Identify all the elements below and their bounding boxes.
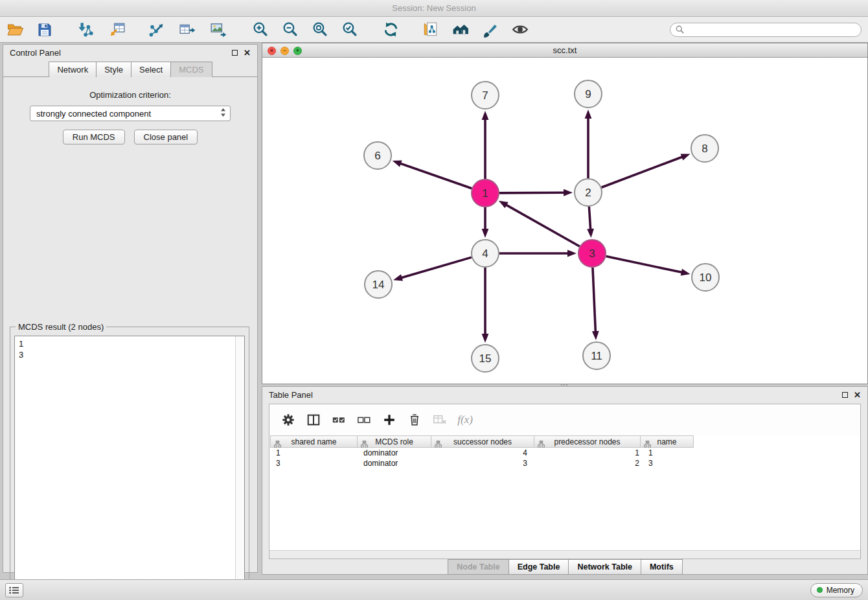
graph-edge-3-1[interactable] <box>505 205 579 247</box>
zoom-out-icon[interactable] <box>280 20 299 40</box>
float-panel-icon[interactable] <box>232 50 238 56</box>
graph-edge-4-14[interactable] <box>401 257 472 278</box>
window-titlebar[interactable]: Session: New Session <box>0 0 868 17</box>
graph-edge-3-10[interactable] <box>606 257 683 273</box>
deselect-all-icon[interactable] <box>356 411 372 428</box>
save-session-icon[interactable] <box>35 20 54 40</box>
float-panel-icon[interactable] <box>842 392 848 398</box>
table-row[interactable]: 3 dominator 3 2 3 <box>269 458 860 468</box>
memory-label: Memory <box>827 586 854 595</box>
column-header-name[interactable]: name <box>640 435 694 448</box>
graph-edge-arrowhead <box>585 110 592 119</box>
delete-table-icon <box>431 411 448 428</box>
settings-gear-icon[interactable] <box>280 411 297 428</box>
show-network-overview-icon[interactable] <box>451 20 470 40</box>
network-window-titlebar[interactable]: × − + scc.txt <box>262 43 867 58</box>
tab-style[interactable]: Style <box>96 62 131 77</box>
tab-edge-table[interactable]: Edge Table <box>508 559 569 575</box>
tab-mcds[interactable]: MCDS <box>170 62 212 77</box>
task-history-button[interactable] <box>5 583 23 597</box>
select-all-icon[interactable] <box>330 411 347 428</box>
control-panel: Control Panel ✕ Network Style Select MCD… <box>3 44 258 573</box>
select-stepper-icon <box>220 108 226 120</box>
close-panel-icon[interactable]: ✕ <box>244 49 251 57</box>
graph-node-label: 9 <box>585 88 591 100</box>
zoom-selected-icon[interactable] <box>339 20 359 40</box>
mcds-result-title: MCDS result (2 nodes) <box>16 322 106 332</box>
column-type-icon <box>435 439 442 450</box>
graph-edge-arrowhead <box>482 229 489 238</box>
graph-edge-arrowhead <box>681 269 691 276</box>
split-view-icon[interactable] <box>305 411 322 428</box>
open-file-icon[interactable] <box>5 20 25 40</box>
column-header-predecessor-nodes[interactable]: predecessor nodes <box>534 435 641 448</box>
graph-edge-2-3[interactable] <box>589 207 590 230</box>
graph-node-label: 8 <box>702 143 707 155</box>
import-network-from-file-icon[interactable] <box>75 20 95 40</box>
graph-edge-1-2[interactable] <box>499 192 565 193</box>
control-panel-tabs: Network Style Select MCDS <box>3 60 257 77</box>
window-zoom-icon[interactable]: + <box>293 47 302 55</box>
column-type-icon <box>274 439 281 450</box>
apply-preferred-layout-icon[interactable] <box>381 20 400 40</box>
close-panel-icon[interactable]: ✕ <box>854 391 861 399</box>
search-icon <box>676 25 684 34</box>
export-table-icon[interactable] <box>177 20 197 40</box>
network-canvas-container: 7968124314101511 <box>262 58 867 384</box>
delete-column-icon[interactable] <box>406 411 423 428</box>
horizontal-scrollbar[interactable] <box>269 550 860 559</box>
export-image-icon[interactable] <box>209 20 228 40</box>
tab-select[interactable]: Select <box>131 62 171 77</box>
graph-node-label: 2 <box>585 187 591 199</box>
graph-node-label: 7 <box>482 89 488 102</box>
show-hide-graphics-details-icon[interactable] <box>510 20 530 40</box>
table-header-row: shared name MCDS role successor nodes pr… <box>269 435 860 448</box>
import-table-from-file-icon[interactable] <box>108 20 127 40</box>
list-icon <box>9 586 19 594</box>
function-builder-icon: f(x) <box>457 411 474 428</box>
column-header-shared-name[interactable]: shared name <box>270 435 358 448</box>
application-window: Session: New Session <box>0 0 868 600</box>
table-toolbar: f(x) <box>269 404 860 435</box>
main-toolbar <box>0 17 868 43</box>
graph-node-label: 1 <box>482 187 488 200</box>
close-panel-button[interactable]: Close panel <box>134 130 198 144</box>
mcds-result-box: MCDS result (2 nodes) 1 3 <box>10 322 249 600</box>
run-mcds-button[interactable]: Run MCDS <box>63 130 125 144</box>
create-network-from-selection-icon[interactable] <box>421 20 440 40</box>
memory-status-icon <box>817 587 823 593</box>
table-panel-title: Table Panel <box>269 390 313 400</box>
network-view-window: × − + scc.txt 7968124314101511 <box>262 43 868 384</box>
memory-button[interactable]: Memory <box>810 583 863 597</box>
window-minimize-icon[interactable]: − <box>280 47 289 55</box>
graph-edge-3-11[interactable] <box>593 268 595 332</box>
tab-network[interactable]: Network <box>49 62 97 77</box>
tab-node-table[interactable]: Node Table <box>448 559 508 575</box>
graph-edge-2-8[interactable] <box>602 157 683 188</box>
cell-predecessor-nodes: 2 <box>536 458 643 468</box>
graph-edge-1-6[interactable] <box>400 163 472 189</box>
tab-network-table[interactable]: Network Table <box>568 559 641 575</box>
zoom-in-icon[interactable] <box>250 20 269 40</box>
table-row[interactable]: 1 dominator 4 1 1 <box>269 448 860 458</box>
mcds-result-area[interactable]: 1 3 <box>14 336 245 600</box>
criterion-select[interactable]: strongly connected component <box>30 106 231 121</box>
column-header-mcds-role[interactable]: MCDS role <box>357 435 431 448</box>
network-window-title: scc.txt <box>553 45 577 55</box>
export-network-icon[interactable] <box>146 20 166 40</box>
graph-node-label: 6 <box>374 150 380 162</box>
criterion-select-value: strongly connected component <box>36 109 220 119</box>
zoom-fit-content-icon[interactable] <box>310 20 329 40</box>
cell-shared-name: 1 <box>271 448 358 458</box>
network-canvas[interactable]: 7968124314101511 <box>262 58 867 384</box>
column-header-successor-nodes[interactable]: successor nodes <box>431 435 534 448</box>
apply-style-icon[interactable] <box>481 20 500 40</box>
graph-edge-arrowhead <box>587 229 594 238</box>
search-input[interactable] <box>687 25 856 34</box>
mcds-result-value: 1 <box>19 338 231 349</box>
tab-motifs[interactable]: Motifs <box>641 559 683 575</box>
graph-node-label: 14 <box>372 279 385 291</box>
result-scrollbar[interactable] <box>235 336 244 600</box>
window-close-icon[interactable]: × <box>268 47 276 55</box>
add-column-icon[interactable] <box>381 411 398 428</box>
